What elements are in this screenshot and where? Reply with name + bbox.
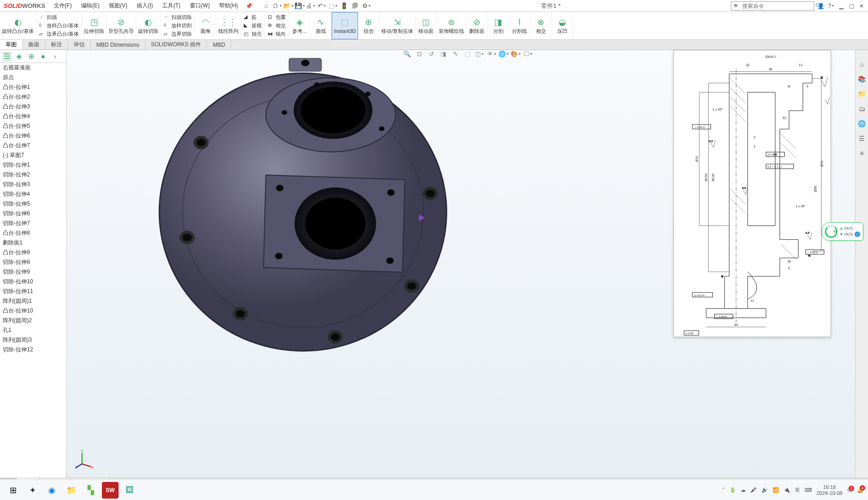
- feature-凸台-拉伸8[interactable]: 凸台-拉伸8: [0, 228, 66, 238]
- open-doc-icon[interactable]: 📂: [284, 1, 293, 11]
- ribbon-放样凸台/基体[interactable]: ◊放样凸台/基体: [39, 21, 79, 30]
- feature-切除-拉伸5[interactable]: 切除-拉伸5: [0, 199, 66, 209]
- feature-切除-拉伸10[interactable]: 切除-拉伸10: [0, 277, 66, 287]
- network-monitor-widget[interactable]: % ▲0K/s ▼0K/s✓: [822, 222, 863, 241]
- ribbon-分割[interactable]: ◨分割: [488, 12, 509, 39]
- menu-窗口(W)[interactable]: 窗口(W): [185, 2, 214, 10]
- search-input[interactable]: [740, 3, 813, 9]
- select-icon[interactable]: ⬚: [328, 1, 338, 11]
- tray-ime-label[interactable]: 英: [795, 487, 800, 494]
- ribbon-旋转切除[interactable]: ◐旋转切除: [136, 12, 161, 39]
- ribbon-曲线[interactable]: ∿曲线: [310, 12, 332, 39]
- maximize-icon[interactable]: ▢: [848, 2, 855, 10]
- taskbar-app-4-icon[interactable]: ▚: [82, 482, 99, 499]
- tray-volume-icon[interactable]: 🔊: [761, 487, 768, 493]
- home-icon[interactable]: ⌂: [262, 1, 271, 11]
- ribbon-装饰螺纹线[interactable]: ⊚装饰螺纹线: [437, 12, 466, 39]
- tp-view-palette-icon[interactable]: 🌐: [857, 119, 867, 129]
- tp-file-explorer-icon[interactable]: 🗂: [857, 104, 867, 114]
- menu-编辑(E)[interactable]: 编辑(E): [76, 2, 104, 10]
- close-icon[interactable]: ✕: [858, 2, 865, 10]
- options-icon[interactable]: 🗐: [351, 1, 360, 11]
- feature-切除-拉伸8[interactable]: 切除-拉伸8: [0, 257, 66, 267]
- tray-keyboard-icon[interactable]: ⌨: [805, 487, 812, 493]
- new-doc-icon[interactable]: 🗋: [273, 1, 282, 11]
- ribbon-Instant3D[interactable]: ⬚Instant3D: [332, 12, 358, 39]
- tray-onedrive-icon[interactable]: ☁: [741, 487, 746, 493]
- feature-切除-拉伸3[interactable]: 切除-拉伸3: [0, 180, 66, 189]
- feature-凸台-拉伸1[interactable]: 凸台-拉伸1: [0, 82, 66, 92]
- ribbon-压凹[interactable]: ◒压凹: [552, 12, 573, 39]
- ribbon-异型孔向导[interactable]: ⊘异型孔向导: [107, 12, 136, 39]
- rebuild-icon[interactable]: 🚦: [340, 1, 349, 11]
- help-icon[interactable]: ?: [827, 2, 835, 10]
- cmd-tab-草图[interactable]: 草图: [0, 40, 23, 50]
- menu-视图(V)[interactable]: 视图(V): [104, 2, 132, 10]
- ribbon-相交[interactable]: ⊗相交: [268, 21, 286, 30]
- menu-工具(T)[interactable]: 工具(T): [157, 2, 185, 10]
- ribbon-边界切除[interactable]: ▱边界切除: [164, 30, 192, 38]
- feature-阵列(圆周)3[interactable]: 阵列(圆周)3: [0, 335, 66, 345]
- cmd-tab-SOLIDWORKS 插件[interactable]: SOLIDWORKS 插件: [145, 40, 208, 50]
- feature-凸台-拉伸9[interactable]: 凸台-拉伸9: [0, 248, 66, 257]
- cmd-tab-标注[interactable]: 标注: [45, 40, 68, 50]
- config-manager-tab-icon[interactable]: ⊕: [26, 51, 36, 62]
- taskbar-app-6-icon[interactable]: 🖼: [121, 482, 138, 499]
- feature-切除-拉伸12[interactable]: 切除-拉伸12: [0, 345, 66, 355]
- ribbon-包覆[interactable]: ⊡包覆: [268, 13, 286, 21]
- property-manager-tab-icon[interactable]: ◈: [14, 51, 24, 62]
- feature-凸台-拉伸7[interactable]: 凸台-拉伸7: [0, 141, 66, 150]
- feature-切除-拉伸2[interactable]: 切除-拉伸2: [0, 170, 66, 180]
- cmd-tab-评估[interactable]: 评估: [68, 40, 91, 50]
- tp-appearances-icon[interactable]: ☰: [857, 133, 867, 144]
- feature-切除-拉伸4[interactable]: 切除-拉伸4: [0, 189, 66, 199]
- display-manager-tab-icon[interactable]: ●: [38, 51, 48, 62]
- ribbon-线性阵列[interactable]: ⋮⋮线性阵列: [216, 12, 241, 39]
- feature-凸台-拉伸5[interactable]: 凸台-拉伸5: [0, 121, 66, 131]
- ribbon-抽壳[interactable]: ◰抽壳: [244, 30, 262, 38]
- start-menu-icon[interactable]: ⊞: [5, 482, 21, 499]
- feature-孔1[interactable]: 孔1: [0, 325, 66, 335]
- feature-凸台-拉伸2[interactable]: 凸台-拉伸2: [0, 92, 66, 102]
- tray-wifi-icon[interactable]: 📶: [773, 487, 779, 493]
- search-command-box[interactable]: ⚑ 🔍: [731, 1, 814, 11]
- display-style-icon[interactable]: ◫: [475, 50, 484, 58]
- ribbon-相交[interactable]: ⊗相交: [530, 12, 552, 39]
- tray-mic-icon[interactable]: 🎤: [750, 487, 757, 493]
- expand-tab-icon[interactable]: ›: [50, 51, 60, 62]
- ribbon-拔模[interactable]: ◣拔模: [244, 21, 262, 30]
- pin-icon[interactable]: 📌: [245, 3, 252, 9]
- feature-切除-拉伸9[interactable]: 切除-拉伸9: [0, 267, 66, 277]
- ribbon-参考...[interactable]: ◈参考...: [289, 12, 310, 39]
- cmd-tab-MBD Dimensions[interactable]: MBD Dimensions: [91, 40, 145, 50]
- feature-切除-拉伸1[interactable]: 切除-拉伸1: [0, 160, 66, 170]
- menu-帮助(H)[interactable]: 帮助(H): [214, 2, 243, 10]
- ribbon-旋转凸台/基体[interactable]: ◐旋转凸台/基体: [0, 12, 36, 39]
- taskbar-clock[interactable]: 16:18 2024-10-08: [817, 484, 843, 495]
- tray-power-icon[interactable]: 🔌: [784, 487, 790, 493]
- tp-custom-props-icon[interactable]: ≡: [857, 148, 867, 158]
- tray-chevron-icon[interactable]: ˄: [722, 487, 725, 493]
- ribbon-移动/复制实体[interactable]: ⇲移动/复制实体: [379, 12, 415, 39]
- feature-切除-拉伸11[interactable]: 切除-拉伸11: [0, 287, 66, 296]
- feature-凸台-拉伸6[interactable]: 凸台-拉伸6: [0, 131, 66, 141]
- ribbon-分割线[interactable]: ⌇分割线: [509, 12, 530, 39]
- ribbon-放样切割[interactable]: ◊放样切割: [164, 21, 192, 30]
- ribbon-删除面[interactable]: ⊘删除面: [466, 12, 488, 39]
- ribbon-拉伸切除[interactable]: ◳拉伸切除: [82, 12, 107, 39]
- feature-tree-list[interactable]: 右视基准面原点凸台-拉伸1凸台-拉伸2凸台-拉伸3凸台-拉伸4凸台-拉伸5凸台-…: [0, 63, 66, 478]
- feature-切除-拉伸7[interactable]: 切除-拉伸7: [0, 219, 66, 228]
- save-icon[interactable]: 💾: [295, 1, 304, 11]
- orientation-triad[interactable]: Y X Z: [75, 450, 94, 469]
- ribbon-圆角[interactable]: ◠圆角: [195, 12, 216, 39]
- edit-appearance-icon[interactable]: 🌐: [499, 50, 508, 58]
- feature-凸台-拉伸4[interactable]: 凸台-拉伸4: [0, 112, 66, 121]
- view-orientation-icon[interactable]: ⬚: [463, 50, 472, 58]
- user-icon[interactable]: 👤: [817, 2, 824, 10]
- taskbar-app-1-icon[interactable]: ✦: [24, 482, 41, 499]
- graphics-viewport[interactable]: ▁ ▢ ✕ 🔍 ⊡ ↺ ◨ ✎ ⬚ ◫ 👁 🌐 🎨 🖵: [67, 50, 868, 478]
- menu-文件(F)[interactable]: 文件(F): [49, 2, 76, 10]
- feature-(-) 草图7[interactable]: (-) 草图7: [0, 150, 66, 160]
- edge-browser-icon[interactable]: ◉: [44, 482, 60, 499]
- tray-notification-1[interactable]: 🗨1: [847, 488, 852, 493]
